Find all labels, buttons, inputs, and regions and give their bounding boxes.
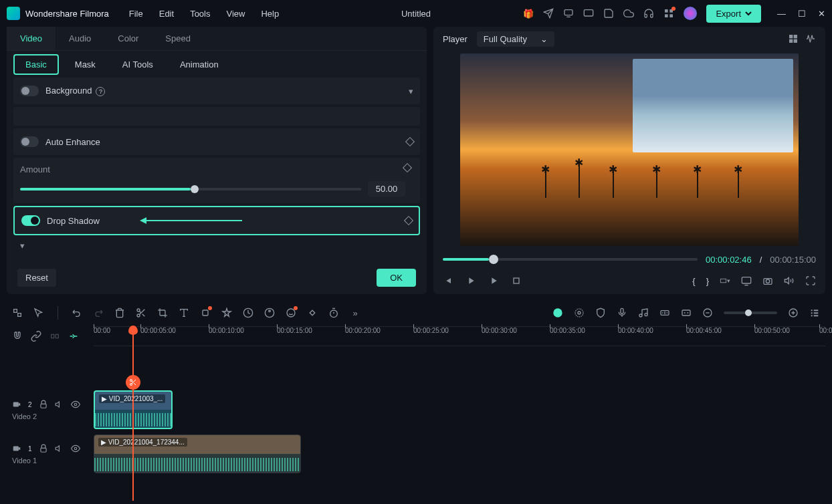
mute-icon[interactable] [55, 443, 64, 454]
fullscreen-icon[interactable] [805, 275, 816, 286]
prev-frame-icon[interactable] [443, 275, 453, 286]
auto-ripple-icon[interactable] [68, 331, 79, 342]
clip-video1[interactable]: ▶ VID_20221004_172344... [94, 434, 301, 473]
visibility-icon[interactable] [71, 399, 80, 410]
ratio-icon[interactable]: ▾ [720, 275, 730, 286]
mute-icon[interactable] [55, 399, 64, 410]
list-icon[interactable] [809, 307, 820, 318]
keyframe-diamond-icon[interactable] [405, 137, 415, 146]
help-icon[interactable]: ? [96, 87, 105, 96]
select-tool-icon[interactable] [12, 307, 23, 318]
menu-view[interactable]: View [226, 9, 245, 19]
timeline-ruler[interactable]: 00:00 00:00:05:00 00:00:10:00 00:00:15:0… [94, 326, 825, 346]
volume-icon[interactable] [784, 275, 795, 286]
grid-view-icon[interactable] [788, 33, 799, 44]
shield-icon[interactable] [595, 307, 606, 318]
subtab-basic[interactable]: Basic [13, 54, 59, 75]
more-icon[interactable]: » [350, 307, 360, 318]
keyframe-diamond-icon[interactable] [403, 163, 412, 172]
cloud-icon[interactable] [623, 8, 634, 19]
video-track-icon[interactable] [12, 400, 21, 409]
ai-icon[interactable] [286, 307, 296, 318]
background-toggle[interactable] [20, 86, 39, 96]
effects-icon[interactable] [221, 307, 232, 318]
prop-dropshadow[interactable]: Drop Shadow [13, 206, 420, 235]
grid-icon[interactable] [663, 8, 674, 19]
maximize-button[interactable]: ☐ [798, 9, 806, 19]
player-viewport[interactable] [460, 53, 799, 246]
tab-color[interactable]: Color [104, 27, 152, 50]
ripple-icon[interactable] [49, 331, 60, 342]
gift-icon[interactable]: 🎁 [523, 8, 534, 19]
play-icon[interactable] [488, 275, 499, 286]
menu-edit[interactable]: Edit [159, 9, 174, 19]
mixer-icon[interactable] [659, 307, 670, 318]
waveform-icon[interactable] [805, 33, 816, 44]
magnet-icon[interactable] [12, 331, 23, 342]
amount-slider[interactable] [20, 188, 361, 191]
avatar-icon[interactable] [684, 7, 697, 20]
speed-icon[interactable] [243, 307, 253, 318]
visibility-icon[interactable] [71, 443, 80, 454]
monitor-icon[interactable] [583, 8, 594, 19]
text-icon[interactable] [179, 307, 189, 318]
dropshadow-toggle[interactable] [21, 215, 40, 226]
timer-icon[interactable] [328, 307, 339, 318]
caption-icon[interactable] [681, 307, 692, 318]
scrub-slider[interactable] [443, 258, 698, 261]
chevron-down-icon[interactable]: ▾ [409, 86, 413, 96]
keyframe-diamond-icon[interactable] [404, 216, 413, 225]
picture-in-picture[interactable] [633, 59, 793, 152]
adjust-icon[interactable] [200, 307, 211, 318]
reset-button[interactable]: Reset [17, 269, 56, 287]
save-icon[interactable] [603, 8, 614, 19]
undo-icon[interactable] [72, 307, 82, 318]
menu-file[interactable]: File [129, 9, 143, 19]
mic-icon[interactable] [617, 307, 627, 318]
autoenhance-toggle[interactable] [20, 136, 39, 147]
tab-audio[interactable]: Audio [56, 27, 104, 50]
tab-speed[interactable]: Speed [152, 27, 204, 50]
zoom-out-icon[interactable] [702, 307, 713, 318]
crop-icon[interactable] [157, 307, 168, 318]
headphones-icon[interactable] [643, 8, 654, 19]
tab-video[interactable]: Video [7, 27, 56, 50]
redo-icon[interactable] [93, 307, 104, 318]
keyframe-tool-icon[interactable] [307, 307, 318, 318]
cut-icon[interactable] [136, 307, 146, 318]
prop-autoenhance[interactable]: Auto Enhance [13, 128, 420, 155]
chevron-down-icon[interactable]: ▾ [20, 241, 25, 251]
send-icon[interactable] [543, 8, 554, 19]
subtab-aitools[interactable]: AI Tools [112, 55, 164, 74]
subtab-mask[interactable]: Mask [64, 55, 106, 74]
ai-assist-icon[interactable] [552, 307, 563, 318]
menu-help[interactable]: Help [261, 9, 279, 19]
marker-icon[interactable] [574, 307, 585, 318]
bracket-close-icon[interactable]: } [706, 276, 709, 286]
menu-tools[interactable]: Tools [190, 9, 210, 19]
lock-icon[interactable] [39, 399, 48, 410]
camera-icon[interactable] [762, 275, 773, 286]
step-back-icon[interactable] [465, 275, 476, 286]
screen-icon[interactable] [563, 8, 574, 19]
color-icon[interactable] [264, 307, 275, 318]
music-icon[interactable] [638, 307, 649, 318]
zoom-slider[interactable] [724, 311, 777, 314]
close-button[interactable]: ✕ [818, 9, 825, 19]
split-icon[interactable] [126, 375, 140, 390]
minimize-button[interactable]: — [777, 9, 786, 19]
subtab-animation[interactable]: Animation [169, 55, 229, 74]
lock-icon[interactable] [39, 443, 48, 454]
amount-value[interactable]: 50.00 [368, 181, 405, 197]
bracket-open-icon[interactable]: { [692, 276, 695, 286]
delete-icon[interactable] [114, 307, 125, 318]
quality-dropdown[interactable]: Full Quality ⌄ [477, 31, 554, 47]
export-button[interactable]: Export [706, 5, 761, 23]
stop-icon[interactable] [511, 275, 522, 286]
playhead[interactable] [132, 327, 134, 501]
cursor-icon[interactable] [33, 307, 44, 318]
prop-background[interactable]: Background? ▾ [13, 78, 420, 104]
zoom-in-icon[interactable] [788, 307, 799, 318]
ok-button[interactable]: OK [377, 269, 416, 287]
link-icon[interactable] [31, 331, 41, 342]
